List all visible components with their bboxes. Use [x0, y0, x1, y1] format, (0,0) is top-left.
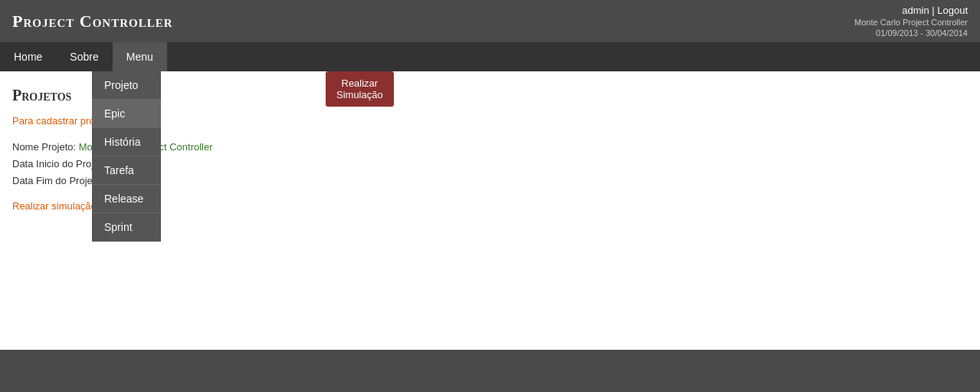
project-dates: 01/09/2013 - 30/04/2014 [854, 28, 968, 38]
dropdown-projeto[interactable]: Projeto [92, 71, 161, 100]
app-title: Project Controller [12, 12, 173, 31]
project-name: Monte Carlo Project Controller [854, 18, 968, 27]
project-name-label: Nome Projeto: [12, 141, 76, 153]
dropdown-historia[interactable]: História [92, 128, 161, 156]
nav-menu[interactable]: Menu [113, 42, 167, 71]
dropdown-menu: Projeto Epic História Tarefa Release Spr… [92, 71, 161, 242]
dropdown-tarefa[interactable]: Tarefa [92, 156, 161, 185]
footer [0, 350, 980, 392]
nav-sobre[interactable]: Sobre [56, 42, 112, 71]
header-right: admin | Logout Monte Carlo Project Contr… [854, 5, 968, 38]
realizar-simulacao-button[interactable]: Realizar Simulação [326, 71, 394, 107]
dropdown-release[interactable]: Release [92, 185, 161, 213]
header: Project Controller admin | Logout Monte … [0, 0, 980, 42]
dropdown-epic[interactable]: Epic [92, 100, 161, 128]
navbar: Home Sobre Menu Projeto Epic História Ta… [0, 42, 980, 71]
nav-home[interactable]: Home [0, 42, 56, 71]
user-info[interactable]: admin | Logout [854, 5, 968, 16]
project-end-label: Data Fim do Projeto: [12, 175, 103, 186]
dropdown-sprint[interactable]: Sprint [92, 213, 161, 242]
